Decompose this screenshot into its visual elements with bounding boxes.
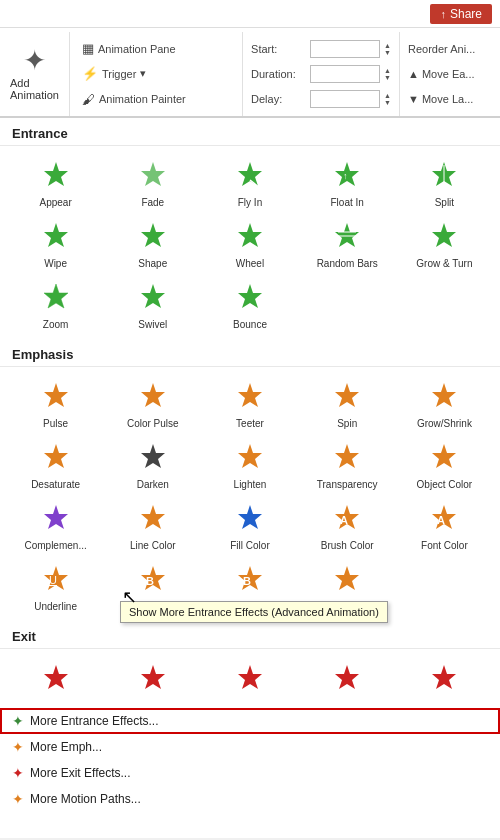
trigger-icon: ⚡ [82,66,98,81]
add-animation-button[interactable]: ✦ AddAnimation [0,32,70,116]
anim-icon [138,381,168,416]
anim-icon [429,663,459,698]
entrance-anim-zoom[interactable]: Zoom [8,276,103,335]
entrance-anim-random-bars[interactable]: Random Bars [300,215,395,274]
anim-label: Grow & Turn [416,258,472,270]
anim-label: Spin [337,418,357,430]
entrance-anim-fly-in[interactable]: Fly In [202,154,297,213]
anim-icon [138,442,168,477]
emphasis-anim-complemen[interactable]: Complemen... [8,497,103,556]
emphasis-anim-darken[interactable]: Darken [105,436,200,495]
anim-icon [41,381,71,416]
anim-icon [429,221,459,256]
anim-icon: ↑ [332,160,362,195]
animation-painter-icon: 🖌 [82,92,95,107]
anim-icon [332,221,362,256]
trigger-label: Trigger [102,68,136,80]
svg-marker-20 [238,383,262,407]
entrance-label: Entrance [12,126,68,141]
duration-input[interactable] [310,65,380,83]
animation-pane-label: Animation Pane [98,43,176,55]
anim-label: Desaturate [31,479,80,491]
emphasis-anim-grow-shrink[interactable]: Grow/Shrink [397,375,492,434]
svg-marker-22 [432,383,456,407]
start-input[interactable] [310,40,380,58]
animation-painter-button[interactable]: 🖌 Animation Painter [78,91,190,108]
anim-icon [235,160,265,195]
move-earlier-label: ▲ Move Ea... [408,68,475,80]
entrance-anim-grow-&-turn[interactable]: Grow & Turn [397,215,492,274]
emphasis-anim-pulse[interactable]: Pulse [8,375,103,434]
entrance-anim-wheel[interactable]: Wheel [202,215,297,274]
duration-label: Duration: [251,68,306,80]
entrance-anim-shape[interactable]: Shape [105,215,200,274]
anim-icon: A [332,503,362,538]
anim-label: Shape [138,258,167,270]
move-earlier-button[interactable]: ▲ Move Ea... [408,68,492,80]
more-emphasis-effects-button[interactable]: ✦ More Emph... [0,734,500,760]
start-label: Start: [251,43,306,55]
anim-label: Appear [39,197,71,209]
anim-icon [235,442,265,477]
animation-pane-row: ▦ Animation Pane [78,38,234,60]
emphasis-anim-object-color[interactable]: Object Color [397,436,492,495]
anim-icon: B [235,564,265,599]
tooltip-text: Show More Entrance Effects (Advanced Ani… [129,606,379,618]
more-motion-paths-button[interactable]: ✦ More Motion Paths... [0,786,500,812]
exit-anim-1[interactable] [105,657,200,704]
start-arrows[interactable]: ▲▼ [384,42,391,56]
ribbon-controls: ▦ Animation Pane ⚡ Trigger ▾ 🖌 Animation… [70,32,243,116]
entrance-anim-appear[interactable]: Appear [8,154,103,213]
svg-text:U: U [49,574,57,586]
svg-marker-43 [141,665,165,689]
emphasis-anim-line-color[interactable]: Line Color [105,497,200,556]
exit-anim-0[interactable] [8,657,103,704]
anim-icon: A [429,503,459,538]
emphasis-anim-lighten[interactable]: Lighten [202,436,297,495]
entrance-grid: Appear Fade Fly In↑ Float In Split Wipe … [0,150,500,339]
anim-icon [41,282,71,317]
delay-row: Delay: ▲▼ [251,88,391,110]
entrance-anim-bounce[interactable]: Bounce [202,276,297,335]
svg-marker-17 [238,284,262,308]
more-exit-effects-button[interactable]: ✦ More Exit Effects... [0,760,500,786]
entrance-anim-wipe[interactable]: Wipe [8,215,103,274]
exit-anim-2[interactable] [202,657,297,704]
entrance-anim-swivel[interactable]: Swivel [105,276,200,335]
share-button[interactable]: ↑ Share [430,4,492,24]
emphasis-anim-desaturate[interactable]: Desaturate [8,436,103,495]
delay-input[interactable] [310,90,380,108]
svg-marker-18 [44,383,68,407]
exit-anim-3[interactable] [300,657,395,704]
animation-pane-button[interactable]: ▦ Animation Pane [78,40,180,57]
anim-icon [235,381,265,416]
svg-marker-30 [238,505,262,529]
move-later-button[interactable]: ▼ Move La... [408,93,492,105]
ribbon: ✦ AddAnimation ▦ Animation Pane ⚡ Trigge… [0,28,500,118]
entrance-anim-split[interactable]: Split [397,154,492,213]
more-entrance-effects-button[interactable]: ✦ More Entrance Effects... [0,708,500,734]
emphasis-anim-color-pulse[interactable]: Color Pulse [105,375,200,434]
emphasis-anim-spin[interactable]: Spin [300,375,395,434]
entrance-anim-float-in[interactable]: ↑ Float In [300,154,395,213]
anim-icon [138,503,168,538]
reorder-title: Reorder Ani... [408,43,475,55]
add-animation-label: AddAnimation [10,77,59,101]
more-exit-icon: ✦ [12,765,24,781]
anim-icon [429,160,459,195]
emphasis-anim-fill-color[interactable]: Fill Color [202,497,297,556]
emphasis-anim-underline[interactable]: U Underline [8,558,103,617]
exit-anim-4[interactable] [397,657,492,704]
entrance-section-header: Entrance [0,118,500,146]
entrance-anim-fade[interactable]: Fade [105,154,200,213]
exit-label: Exit [12,629,36,644]
svg-marker-25 [238,444,262,468]
emphasis-anim-font-color[interactable]: A Font Color [397,497,492,556]
emphasis-anim-teeter[interactable]: Teeter [202,375,297,434]
emphasis-anim-brush-color[interactable]: A Brush Color [300,497,395,556]
duration-arrows[interactable]: ▲▼ [384,67,391,81]
emphasis-anim-transparency[interactable]: Transparency [300,436,395,495]
svg-marker-2 [238,162,262,186]
trigger-button[interactable]: ⚡ Trigger ▾ [78,65,150,82]
delay-arrows[interactable]: ▲▼ [384,92,391,106]
